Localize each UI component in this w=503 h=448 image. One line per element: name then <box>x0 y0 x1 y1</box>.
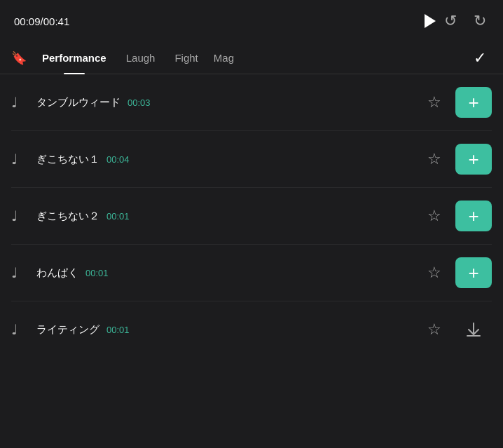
song-item: ♩ ライティング 00:01 ☆ <box>11 301 492 358</box>
song-title: わんぱく <box>36 266 78 280</box>
song-duration: 00:04 <box>106 154 130 165</box>
favorite-button[interactable]: ☆ <box>425 147 444 171</box>
song-duration: 00:03 <box>128 97 151 108</box>
song-info: ぎこちない２ 00:01 <box>36 210 425 223</box>
add-button[interactable]: + <box>455 87 492 118</box>
play-button[interactable] <box>416 8 441 34</box>
song-info: ライティング 00:01 <box>36 323 425 337</box>
song-item: ♩ ぎこちない１ 00:04 ☆ + <box>11 131 492 188</box>
song-item: ♩ わんぱく 00:01 ☆ + <box>11 245 492 301</box>
song-duration: 00:01 <box>106 325 130 335</box>
tab-fight[interactable]: Fight <box>165 42 207 74</box>
song-item: ♩ ぎこちない２ 00:01 ☆ + <box>11 188 492 245</box>
tab-laugh[interactable]: Laugh <box>116 42 165 74</box>
add-button[interactable]: + <box>455 257 492 288</box>
favorite-button[interactable]: ☆ <box>425 261 444 285</box>
song-title: ライティング <box>36 323 99 337</box>
favorite-button[interactable]: ☆ <box>425 204 444 228</box>
song-list: ♩ タンブルウィード 00:03 ☆ + ♩ ぎこちない１ 00:04 ☆ + … <box>0 74 503 358</box>
music-note-icon: ♩ <box>11 264 28 281</box>
favorite-button[interactable]: ☆ <box>425 318 444 341</box>
song-title: タンブルウィード <box>36 96 120 109</box>
song-info: わんぱく 00:01 <box>36 266 425 280</box>
song-title: ぎこちない２ <box>36 210 99 223</box>
song-info: ぎこちない１ 00:04 <box>36 153 425 166</box>
music-note-icon: ♩ <box>11 208 28 224</box>
favorite-button[interactable]: ☆ <box>425 90 444 114</box>
redo-button[interactable]: ↻ <box>471 9 489 33</box>
tab-performance[interactable]: Performance <box>32 42 116 74</box>
song-info: タンブルウィード 00:03 <box>36 96 425 109</box>
add-button[interactable]: + <box>455 144 492 175</box>
undo-button[interactable]: ↺ <box>441 9 460 33</box>
playback-controls: ↺ ↻ <box>441 9 489 33</box>
music-note-icon: ♩ <box>11 94 28 111</box>
song-item: ♩ タンブルウィード 00:03 ☆ + <box>11 74 492 131</box>
download-icon <box>464 320 483 339</box>
bookmark-icon: 🔖 <box>11 50 27 66</box>
song-duration: 00:01 <box>85 268 109 278</box>
song-duration: 00:01 <box>106 211 130 222</box>
playback-bar: 00:09/00:41 ↺ ↻ <box>0 0 503 42</box>
confirm-button[interactable]: ✓ <box>468 46 492 70</box>
add-button[interactable]: + <box>455 201 492 231</box>
music-note-icon: ♩ <box>11 321 28 338</box>
tab-more[interactable]: Mag <box>208 42 240 74</box>
playback-time: 00:09/00:41 <box>14 15 416 27</box>
music-note-icon: ♩ <box>11 151 28 168</box>
download-button[interactable] <box>455 314 492 345</box>
tabs-row: 🔖 Performance Laugh Fight Mag ✓ <box>0 42 503 74</box>
play-icon <box>425 14 436 28</box>
song-title: ぎこちない１ <box>36 153 99 166</box>
